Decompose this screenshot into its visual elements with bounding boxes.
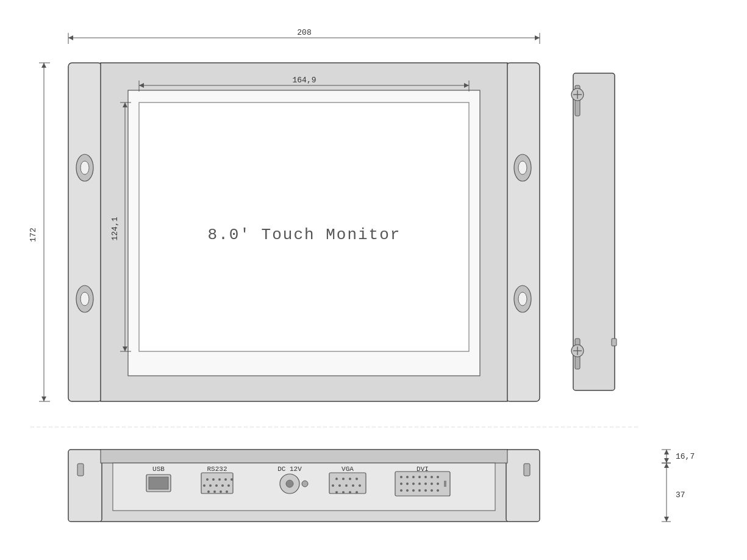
svg-rect-46	[506, 450, 540, 522]
svg-point-76	[338, 484, 341, 487]
svg-marker-111	[664, 458, 669, 463]
svg-point-57	[231, 478, 233, 481]
svg-point-73	[349, 478, 351, 480]
svg-marker-110	[664, 450, 669, 454]
svg-marker-34	[41, 63, 46, 68]
diagram-container: 8.0' Touch Monitor 208	[0, 0, 747, 560]
svg-rect-106	[444, 481, 446, 487]
svg-rect-22	[612, 339, 617, 346]
svg-point-86	[406, 476, 409, 478]
svg-point-8	[80, 292, 89, 306]
svg-point-72	[342, 478, 345, 480]
svg-point-91	[437, 476, 439, 478]
svg-point-97	[431, 483, 433, 485]
svg-point-92	[400, 483, 402, 485]
svg-point-53	[206, 478, 209, 481]
svg-point-59	[209, 484, 212, 487]
dim-164: 164,9	[292, 76, 316, 85]
svg-point-89	[424, 476, 427, 478]
svg-point-98	[437, 483, 439, 485]
svg-point-10	[518, 161, 527, 174]
dim-208: 208	[297, 28, 311, 37]
svg-marker-116	[664, 517, 669, 522]
svg-rect-1	[506, 63, 540, 401]
svg-point-94	[412, 483, 415, 485]
svg-point-80	[335, 491, 338, 494]
svg-point-81	[342, 491, 345, 494]
svg-marker-115	[664, 463, 669, 468]
svg-point-55	[218, 478, 221, 481]
svg-point-99	[400, 489, 402, 492]
svg-point-93	[406, 483, 409, 485]
svg-point-61	[221, 484, 224, 487]
dim-172: 172	[29, 228, 38, 242]
svg-marker-25	[535, 35, 540, 40]
svg-point-75	[332, 484, 334, 487]
dim-16-7: 16,7	[676, 452, 695, 461]
svg-point-60	[215, 484, 218, 487]
svg-point-83	[356, 491, 358, 494]
label-vga: VGA	[341, 465, 354, 473]
svg-rect-84	[395, 472, 450, 496]
svg-point-100	[406, 489, 409, 492]
svg-rect-45	[77, 464, 84, 476]
svg-marker-24	[68, 35, 73, 40]
svg-point-64	[213, 490, 216, 493]
svg-point-65	[220, 490, 222, 493]
svg-point-105	[437, 489, 439, 492]
svg-point-69	[302, 481, 308, 487]
svg-rect-70	[329, 473, 366, 494]
svg-point-68	[286, 480, 293, 487]
svg-point-104	[431, 489, 433, 492]
svg-point-62	[227, 484, 230, 487]
label-dvi: DVI	[416, 465, 429, 473]
svg-point-56	[224, 478, 227, 481]
dim-124: 124,1	[110, 217, 120, 240]
svg-rect-47	[524, 464, 530, 476]
svg-rect-52	[201, 473, 233, 494]
svg-point-90	[431, 476, 433, 478]
svg-point-58	[203, 484, 206, 487]
svg-rect-44	[68, 450, 102, 522]
svg-rect-51	[149, 477, 168, 489]
svg-point-6	[80, 161, 89, 174]
svg-point-95	[418, 483, 421, 485]
svg-point-103	[424, 489, 427, 492]
svg-marker-35	[41, 397, 46, 401]
svg-point-79	[359, 484, 361, 487]
svg-rect-0	[68, 63, 102, 401]
svg-point-71	[335, 478, 338, 480]
svg-point-101	[412, 489, 415, 492]
label-rs232: RS232	[207, 465, 227, 473]
svg-point-96	[424, 483, 427, 485]
svg-point-66	[226, 490, 228, 493]
label-dc12v: DC 12V	[277, 465, 302, 473]
svg-point-74	[356, 478, 358, 480]
svg-point-12	[518, 292, 527, 306]
svg-point-87	[412, 476, 415, 478]
svg-point-77	[345, 484, 348, 487]
svg-point-82	[349, 491, 351, 494]
monitor-label: 8.0' Touch Monitor	[208, 226, 401, 244]
svg-rect-48	[101, 450, 507, 463]
svg-point-88	[418, 476, 421, 478]
svg-point-85	[400, 476, 402, 478]
svg-point-63	[207, 490, 210, 493]
svg-point-54	[212, 478, 215, 481]
svg-point-102	[418, 489, 421, 492]
dim-37: 37	[676, 490, 685, 500]
svg-point-78	[352, 484, 354, 487]
label-usb: USB	[152, 465, 165, 473]
